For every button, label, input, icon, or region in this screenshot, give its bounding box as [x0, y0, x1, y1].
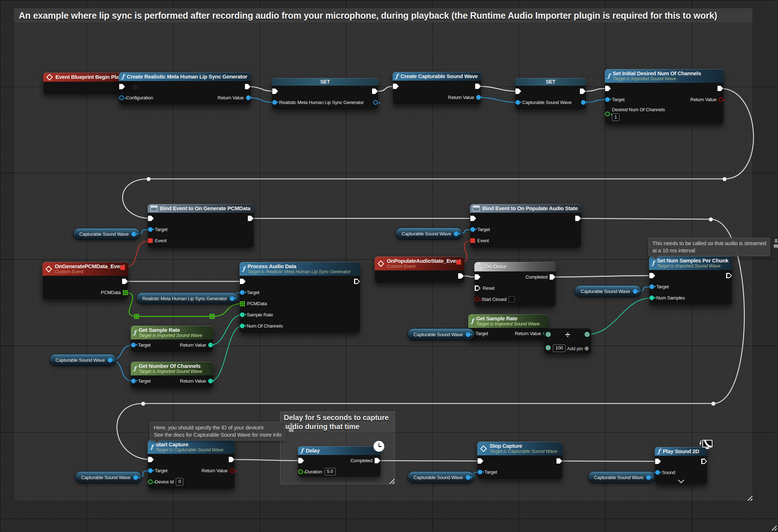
delay.dur-pin[interactable]: [298, 469, 303, 474]
value-box[interactable]: 0: [176, 478, 183, 486]
bind2.target-pin[interactable]: [470, 227, 475, 232]
start.ret-pin[interactable]: [230, 468, 234, 473]
do1.reset-pin[interactable]: [475, 285, 480, 291]
array-reroute-node[interactable]: [134, 314, 139, 320]
stop-node[interactable]: Stop CaptureTarget is Capturable Sound W…: [477, 442, 563, 479]
cr.cfg-pin[interactable]: [119, 95, 124, 100]
gnc.target-pin[interactable]: [131, 379, 136, 383]
gsr1-node[interactable]: ƒGet Sample RateTarget is Imported Sound…: [131, 326, 213, 352]
reroute-node[interactable]: [709, 217, 713, 221]
value-box[interactable]: 100: [553, 344, 565, 352]
reroute-node[interactable]: [147, 177, 151, 181]
cr.execOut-pin[interactable]: [245, 84, 251, 89]
speech-bubble-icon[interactable]: [289, 429, 294, 432]
proc.execIn-pin[interactable]: [240, 279, 246, 284]
cr-node[interactable]: ƒCreate Realistic Meta Human Lip Sync Ge…: [119, 72, 251, 105]
window-resize-grip[interactable]: [769, 523, 777, 531]
setR.out-pin[interactable]: [373, 100, 378, 105]
p1.out-pin[interactable]: [131, 232, 136, 236]
p6.out-pin[interactable]: [633, 289, 638, 294]
divide-node[interactable]: ÷100Add pin⊕: [544, 328, 591, 354]
do1-node[interactable]: →Do OnceCompletedResetStart Closed: [474, 262, 556, 307]
gnc-node[interactable]: ƒGet Number Of ChannelsTarget is Importe…: [131, 362, 213, 388]
setC.execOut-pin[interactable]: [580, 89, 586, 94]
bind1.execIn-pin[interactable]: [148, 216, 154, 221]
gsr1.ret-pin[interactable]: [208, 343, 213, 347]
play.execOut-pin[interactable]: [701, 459, 707, 464]
cc.ret-pin[interactable]: [476, 95, 481, 100]
div.b-pin[interactable]: [546, 345, 551, 350]
sns.target-pin[interactable]: [649, 284, 654, 289]
variable-get-p9[interactable]: Capturable Sound Wave: [588, 471, 655, 483]
og.pcm-pin[interactable]: [123, 290, 128, 295]
setC-node[interactable]: SETCapturable Sound Wave: [515, 78, 586, 110]
bind2.execOut-pin[interactable]: [575, 216, 581, 221]
do1.execIn-pin[interactable]: [475, 274, 480, 280]
cc.execIn-pin[interactable]: [393, 84, 399, 89]
setR-node[interactable]: SETRealistic Meta Human Lip Sync Generat…: [272, 78, 378, 110]
start.target-pin[interactable]: [148, 468, 153, 473]
variable-get-p2[interactable]: Capturable Sound Wave: [49, 354, 116, 366]
og.out-pin[interactable]: [122, 279, 128, 284]
value-box[interactable]: 5.0: [325, 468, 336, 475]
og-node[interactable]: OnGeneratePCMData_EventCustom EventPCMDa…: [43, 262, 128, 300]
sic.num-pin[interactable]: [605, 112, 610, 116]
bind1.execOut-pin[interactable]: [248, 216, 254, 221]
proc.ch-pin[interactable]: [240, 324, 245, 328]
cr.ret-pin[interactable]: [246, 95, 251, 100]
gsr2-node[interactable]: ƒGet Sample RateTarget is Imported Sound…: [468, 314, 548, 341]
array-reroute-node[interactable]: [210, 314, 215, 320]
proc.execOut-pin[interactable]: [354, 279, 360, 284]
bind1.event-pin[interactable]: [148, 238, 153, 243]
p9.out-pin[interactable]: [646, 475, 651, 480]
op.dele-pin[interactable]: [456, 260, 461, 265]
p4.out-pin[interactable]: [454, 231, 459, 236]
stop.execIn-pin[interactable]: [478, 458, 483, 464]
add-pin-button[interactable]: Add pin⊕: [567, 345, 589, 352]
sic-node[interactable]: ƒSet Initial Desired Num Of ChannelsTarg…: [605, 69, 724, 125]
expand-chevron-icon[interactable]: [678, 477, 684, 483]
do1.done-pin[interactable]: [550, 274, 555, 280]
reroute-node[interactable]: [141, 402, 145, 406]
cr.execIn-pin[interactable]: [119, 84, 125, 89]
delay.execIn-pin[interactable]: [298, 458, 304, 463]
play.sound-pin[interactable]: [655, 470, 660, 475]
start.execIn-pin[interactable]: [148, 457, 154, 462]
start.dev-pin[interactable]: [148, 479, 153, 484]
p2.out-pin[interactable]: [108, 358, 112, 362]
pin-comment-icon[interactable]: [289, 423, 293, 427]
setR.execIn-pin[interactable]: [272, 89, 278, 94]
setR.in-pin[interactable]: [272, 100, 277, 105]
sns.execIn-pin[interactable]: [649, 273, 655, 278]
setR.execOut-pin[interactable]: [372, 89, 378, 94]
sns.num-pin[interactable]: [649, 296, 654, 300]
do1.closed-pin[interactable]: [475, 297, 479, 302]
value-box[interactable]: 1: [612, 113, 620, 121]
p5.out-pin[interactable]: [466, 332, 470, 337]
delay-comment-resize-grip[interactable]: [387, 477, 394, 484]
proc.rate-pin[interactable]: [240, 312, 245, 317]
comment-resize-grip[interactable]: [745, 493, 752, 501]
pin-comment-icon[interactable]: [774, 239, 778, 243]
sns.execOut-pin[interactable]: [726, 273, 732, 278]
variable-get-p5[interactable]: Capturable Sound Wave: [407, 328, 474, 341]
setC.out-pin[interactable]: [581, 100, 586, 105]
gsr1.target-pin[interactable]: [131, 343, 136, 347]
p7.out-pin[interactable]: [133, 475, 138, 480]
proc.pcm-pin[interactable]: [240, 301, 245, 306]
variable-get-p7[interactable]: Capturable Sound Wave: [75, 471, 142, 483]
op.out-pin[interactable]: [458, 273, 464, 279]
bind2.execIn-pin[interactable]: [470, 216, 476, 221]
sic.execOut-pin[interactable]: [717, 86, 723, 91]
setC.in-pin[interactable]: [515, 100, 520, 105]
delay-node[interactable]: ƒDelayCompletedDuration5.0: [298, 446, 381, 477]
blueprint-graph-canvas[interactable]: An example where lip sync is performed a…: [0, 0, 778, 532]
play.execIn-pin[interactable]: [655, 459, 661, 464]
start.execOut-pin[interactable]: [229, 457, 234, 462]
comment-title-bar[interactable]: An example where lip sync is performed a…: [14, 8, 753, 23]
proc-node[interactable]: ƒProcess Audio DataTarget is Realistic M…: [240, 262, 360, 333]
setC.execIn-pin[interactable]: [515, 89, 521, 94]
p8.out-pin[interactable]: [466, 475, 470, 480]
sic.target-pin[interactable]: [605, 97, 610, 102]
bind2-node[interactable]: Bind Event to On Populate Audio StateTar…: [470, 204, 581, 248]
